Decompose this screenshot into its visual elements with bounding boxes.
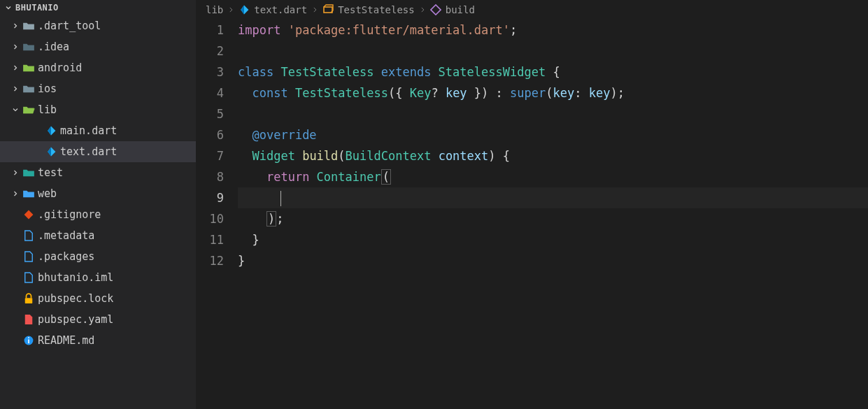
line-gutter: 123456789101112 xyxy=(196,20,238,409)
tree-item-label: pubspec.yaml xyxy=(38,313,113,326)
code-line[interactable] xyxy=(238,187,868,208)
code-line[interactable]: ); xyxy=(238,208,868,229)
file-tree: .dart_tool.ideaandroidioslibmain.darttex… xyxy=(0,15,196,409)
line-number: 11 xyxy=(196,229,224,250)
breadcrumb-label: text.dart xyxy=(254,4,307,15)
file-item[interactable]: pubspec.lock xyxy=(0,288,196,309)
sidebar: BHUTANIO .dart_tool.ideaandroidioslibmai… xyxy=(0,0,196,409)
breadcrumb-item[interactable]: lib xyxy=(206,4,223,15)
breadcrumb-item[interactable]: build xyxy=(430,4,475,15)
line-number: 6 xyxy=(196,124,224,145)
line-number: 5 xyxy=(196,103,224,124)
folder-item[interactable]: .dart_tool xyxy=(0,15,196,36)
folder-item[interactable]: .idea xyxy=(0,36,196,57)
folder-android-icon xyxy=(21,63,36,73)
chevron-right-icon xyxy=(419,6,426,13)
code-area[interactable]: import 'package:flutter/material.dart';c… xyxy=(238,20,868,409)
file-item[interactable]: text.dart xyxy=(0,141,196,162)
file-blue-icon xyxy=(21,251,36,262)
tree-item-label: lib xyxy=(38,103,57,116)
info-icon xyxy=(21,335,36,346)
line-number: 10 xyxy=(196,208,224,229)
file-item[interactable]: main.dart xyxy=(0,120,196,141)
file-item[interactable]: .gitignore xyxy=(0,204,196,225)
file-blue-icon xyxy=(21,230,36,241)
folder-ios-icon xyxy=(21,84,36,94)
tree-item-label: .dart_tool xyxy=(38,20,101,32)
git-icon xyxy=(21,209,36,220)
breadcrumb-item[interactable]: text.dart xyxy=(239,4,307,15)
svg-rect-0 xyxy=(25,298,33,303)
code-line[interactable]: @override xyxy=(238,124,868,145)
editor-pane: libtext.dartTestStatelessbuild 123456789… xyxy=(196,0,868,409)
chevron-right-icon xyxy=(311,6,318,13)
file-item[interactable]: .metadata xyxy=(0,225,196,246)
file-item[interactable]: README.md xyxy=(0,330,196,351)
chevron-right-icon xyxy=(10,43,21,51)
chevron-right-icon xyxy=(10,168,21,177)
code-line[interactable] xyxy=(238,41,868,62)
chevron-down-icon xyxy=(10,106,21,114)
tree-item-label: ios xyxy=(38,82,57,95)
folder-gray-icon xyxy=(21,21,36,31)
svg-rect-2 xyxy=(28,339,29,343)
method-icon xyxy=(430,4,441,15)
file-blue-icon xyxy=(21,272,36,283)
tree-item-label: android xyxy=(38,62,82,74)
code-line[interactable]: const TestStateless({ Key? key }) : supe… xyxy=(238,82,868,103)
folder-item[interactable]: android xyxy=(0,57,196,78)
editor-body[interactable]: 123456789101112 import 'package:flutter/… xyxy=(196,20,868,409)
folder-dark-icon xyxy=(21,42,36,52)
chevron-right-icon xyxy=(10,85,21,93)
dart-icon xyxy=(43,146,59,157)
code-line[interactable]: Widget build(BuildContext context) { xyxy=(238,145,868,166)
breadcrumb-item[interactable]: TestStateless xyxy=(322,4,415,15)
tree-item-label: text.dart xyxy=(60,145,117,158)
text-cursor xyxy=(280,191,281,206)
code-line[interactable]: } xyxy=(238,250,868,271)
tree-item-label: .packages xyxy=(38,250,94,263)
folder-item[interactable]: lib xyxy=(0,99,196,120)
tree-item-label: web xyxy=(38,187,57,200)
folder-item[interactable]: web xyxy=(0,183,196,204)
breadcrumb[interactable]: libtext.dartTestStatelessbuild xyxy=(196,0,868,20)
line-number: 12 xyxy=(196,250,224,271)
line-number: 3 xyxy=(196,62,224,82)
tree-item-label: .gitignore xyxy=(38,208,101,221)
code-line[interactable]: import 'package:flutter/material.dart'; xyxy=(238,20,868,41)
folder-web-icon xyxy=(21,189,36,199)
file-item[interactable]: .packages xyxy=(0,246,196,267)
code-line[interactable]: class TestStateless extends StatelessWid… xyxy=(238,62,868,82)
breadcrumb-label: TestStateless xyxy=(338,4,415,15)
tree-item-label: .metadata xyxy=(38,229,94,242)
tree-item-label: .idea xyxy=(38,41,69,53)
project-title: BHUTANIO xyxy=(15,3,59,13)
folder-test-icon xyxy=(21,168,36,178)
folder-item[interactable]: ios xyxy=(0,78,196,99)
file-item[interactable]: pubspec.yaml xyxy=(0,309,196,330)
line-number: 7 xyxy=(196,145,224,166)
class-icon xyxy=(322,4,334,15)
tree-item-label: README.md xyxy=(38,334,94,347)
line-number: 8 xyxy=(196,166,224,187)
tree-item-label: pubspec.lock xyxy=(38,292,113,305)
chevron-right-icon xyxy=(10,189,21,198)
sidebar-header[interactable]: BHUTANIO xyxy=(0,0,196,15)
tree-item-label: bhutanio.iml xyxy=(38,271,113,284)
code-line[interactable]: return Container( xyxy=(238,166,868,187)
line-number: 1 xyxy=(196,20,224,41)
folder-lib-icon xyxy=(21,105,36,115)
file-item[interactable]: bhutanio.iml xyxy=(0,267,196,288)
dart-icon xyxy=(43,125,59,136)
code-line[interactable]: } xyxy=(238,229,868,250)
folder-item[interactable]: test xyxy=(0,162,196,183)
chevron-right-icon xyxy=(10,22,21,30)
lock-icon xyxy=(21,293,36,304)
line-number: 4 xyxy=(196,82,224,103)
breadcrumb-label: lib xyxy=(206,4,223,15)
line-number: 2 xyxy=(196,41,224,62)
svg-rect-4 xyxy=(324,7,332,13)
code-line[interactable] xyxy=(238,103,868,124)
yaml-icon xyxy=(21,314,36,325)
svg-rect-5 xyxy=(431,5,441,15)
